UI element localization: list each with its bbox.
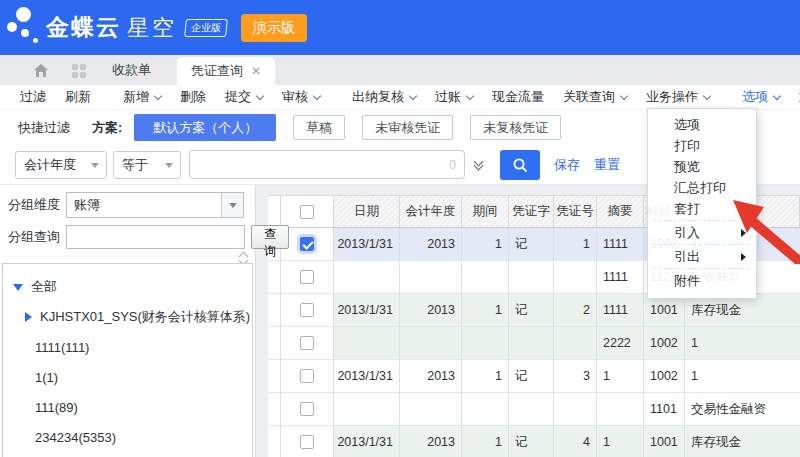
table-row[interactable]: 2013/1/3120131记411001库存现金 [268,426,800,457]
cell-date [334,261,400,294]
toolbar-item-关联查询[interactable]: 关联查询 [563,88,627,106]
column-header-0[interactable] [268,196,281,228]
row-checkbox-cell [281,426,334,457]
column-header-会计年度[interactable]: 会计年度 [400,196,462,228]
row-checkbox[interactable] [300,303,314,317]
tab-close-icon[interactable]: ✕ [251,64,261,78]
row-indicator-cell [268,261,281,294]
toolbar-item-刷新[interactable]: 刷新 [65,88,91,106]
row-checkbox[interactable] [300,237,314,251]
row-checkbox[interactable] [300,435,314,449]
table-row[interactable]: 2013/1/3120131记3110021 [268,360,800,393]
quick-filter-label: 快捷过滤 [18,119,70,137]
tree-item-1(1)[interactable]: 1(1) [3,362,252,392]
operator-select[interactable]: 等于 [113,151,181,179]
table-row[interactable]: 222210021 [268,327,800,360]
topbar: 金蝶云 星空 企业版 演示版 [0,0,800,55]
expanded-triangle-icon[interactable] [13,284,23,291]
row-checkbox[interactable] [300,336,314,350]
column-header-摘要[interactable]: 摘要 [597,196,644,228]
toolbar-item-新增[interactable]: 新增 [123,88,161,106]
toolbar-item-业务操作[interactable]: 业务操作 [646,88,710,106]
chevron-down-icon [154,91,162,99]
chevron-down-icon [773,91,781,99]
cell-period [462,393,509,426]
cell-date: 2013/1/31 [334,426,400,457]
field-select[interactable]: 会计年度 [15,151,107,179]
dimension-select[interactable]: 账簿 [66,192,244,218]
toolbar-item-删除[interactable]: 删除 [180,88,206,106]
cell-summary: 1111 [597,261,644,294]
cell-period: 1 [462,294,509,327]
tree-item-1111(111)[interactable]: 1111(111) [3,332,252,362]
toolbar-item-过滤[interactable]: 过滤 [20,88,46,106]
cell-summary: 1111 [597,294,644,327]
column-header-凭证字[interactable]: 凭证字 [509,196,554,228]
tree-item-KJHSTX01_SYS(财务会计核算体系)[interactable]: KJHSTX01_SYS(财务会计核算体系) [3,302,252,332]
tree-item-label: KJHSTX01_SYS(财务会计核算体系) [40,308,250,326]
search-icon [512,157,528,173]
toolbar-item-过账[interactable]: 过账 [435,88,473,106]
cell-year: 2013 [400,426,462,457]
tree-item-label: 111(89) [35,400,78,415]
tab-receipt[interactable]: 收款单 [96,55,167,85]
row-checkbox[interactable] [300,402,314,416]
menu-item-汇总打印[interactable]: 汇总打印 [648,177,756,198]
column-header-日期[interactable]: 日期 [334,196,400,228]
cell-word: 记 [509,228,554,261]
cell-summary: 1 [597,426,644,457]
cell-word [509,327,554,360]
toolbar-item-现金流量[interactable]: 现金流量 [492,88,544,106]
condition-input[interactable]: 0 [189,150,465,179]
save-link[interactable]: 保存 [554,156,580,174]
menu-separator [654,268,750,269]
tree-item-label: 234234(5353) [35,430,116,445]
menu-item-选项[interactable]: 选项 [648,114,756,135]
demo-version-button[interactable]: 演示版 [241,14,307,42]
search-button[interactable] [500,150,540,180]
table-row[interactable]: 1101交易性金融资 [268,393,800,426]
tree-item-label: 1111(111) [35,340,89,355]
toolbar-item-提交[interactable]: 提交 [225,88,263,106]
cell-summary: 1111 [597,228,644,261]
row-checkbox-cell [281,327,334,360]
column-header-凭证号[interactable]: 凭证号 [554,196,597,228]
column-header-1[interactable] [281,196,334,228]
cell-date: 2013/1/31 [334,228,400,261]
collapsed-triangle-icon[interactable] [25,312,32,322]
cell-period [462,261,509,294]
menu-item-打印[interactable]: 打印 [648,135,756,156]
home-icon[interactable] [32,62,50,80]
toolbar-item-选项[interactable]: 选项 [742,88,780,106]
tree-item-label: 1(1) [35,370,58,385]
menu-item-附件[interactable]: 附件 [648,270,756,291]
toolbar-item-出纳复核[interactable]: 出纳复核 [352,88,416,106]
quick-filter-button-未审核凭证[interactable]: 未审核凭证 [362,115,453,140]
group-query-input[interactable] [66,225,245,249]
row-checkbox[interactable] [300,270,314,284]
cell-acct_name: 1 [685,327,800,360]
tree-item-234234(5353)[interactable]: 234234(5353) [3,422,252,452]
cell-date [334,393,400,426]
tree-item-111(89)[interactable]: 111(89) [3,392,252,422]
select-all-checkbox[interactable] [300,205,314,219]
cell-acct_code: 1101 [644,393,685,426]
row-checkbox[interactable] [300,369,314,383]
menu-item-预览[interactable]: 预览 [648,156,756,177]
column-header-期间[interactable]: 期间 [462,196,509,228]
quick-filter-button-未复核凭证[interactable]: 未复核凭证 [470,115,561,140]
quick-filter-button-草稿[interactable]: 草稿 [293,115,345,140]
cell-year [400,393,462,426]
quick-filter-button-默认方案（个人）[interactable]: 默认方案（个人） [134,114,276,141]
toolbar-item-审核[interactable]: 审核 [282,88,320,106]
expand-conditions-icon[interactable] [475,161,482,169]
tree-item-全部[interactable]: 全部 [3,272,252,302]
group-query-button[interactable]: 查询 [251,225,289,249]
chevron-down-icon [466,91,474,99]
cell-summary [597,393,644,426]
tab-voucher-query[interactable]: 凭证查询 ✕ [177,57,275,85]
cell-number: 3 [554,360,597,393]
cell-period: 1 [462,360,509,393]
apps-grid-icon[interactable] [72,64,86,78]
reset-link[interactable]: 重置 [594,156,620,174]
